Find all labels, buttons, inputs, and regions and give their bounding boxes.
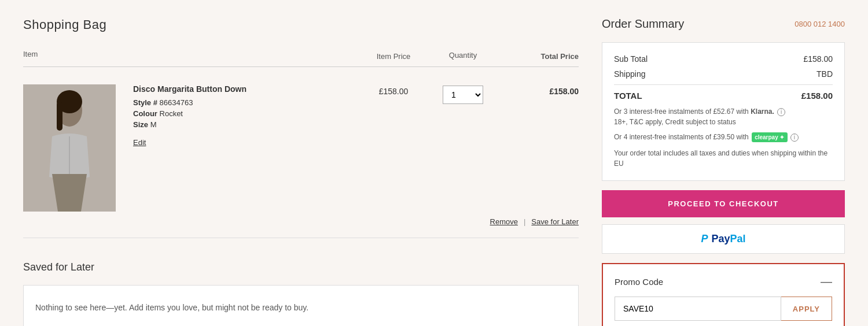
col-header-item: Item <box>23 50 127 61</box>
saved-empty-text: Nothing to see here—yet. Add items you l… <box>35 303 308 312</box>
size-label: Size <box>133 120 148 129</box>
klarna-note: 18+, T&C apply, Credit subject to status <box>614 118 736 126</box>
size-value: M <box>150 120 157 129</box>
summary-box: Sub Total £158.00 Shipping TBD TOTAL £15… <box>602 42 845 181</box>
promo-section: Promo Code — APPLY <box>602 263 845 326</box>
save-for-later-button[interactable]: Save for Later <box>531 217 579 226</box>
paypal-button[interactable]: P PayPal <box>602 224 845 254</box>
page-title: Shopping Bag <box>23 17 579 32</box>
style-label: Style # <box>133 98 157 107</box>
saved-empty-box: Nothing to see here—yet. Add items you l… <box>23 285 579 326</box>
col-header-spacer <box>127 50 359 61</box>
quantity-select[interactable]: 1 2 3 4 5 <box>443 86 483 104</box>
remove-button[interactable]: Remove <box>490 217 518 226</box>
item-style: Style # 86634763 <box>133 98 359 107</box>
item-name: Disco Margarita Button Down <box>133 84 359 94</box>
subtotal-label: Sub Total <box>614 54 648 64</box>
order-summary-title: Order Summary <box>602 17 684 31</box>
col-header-total: Total Price <box>498 50 579 61</box>
phone-link[interactable]: 0800 012 1400 <box>795 20 845 28</box>
saved-for-later-title: Saved for Later <box>23 261 579 273</box>
promo-apply-button[interactable]: APPLY <box>781 297 832 321</box>
klarna-text: Or 3 interest-free instalments of £52.67… <box>614 106 833 127</box>
clearpay-prefix: Or 4 interest-free instalments of £39.50… <box>614 133 749 141</box>
product-image <box>23 84 116 212</box>
promo-header: Promo Code — <box>615 276 832 287</box>
klarna-info-icon[interactable]: i <box>777 108 785 116</box>
total-value: £158.00 <box>801 91 833 101</box>
main-content: Shopping Bag Item Item Price Quantity To… <box>23 17 579 326</box>
total-row: TOTAL £158.00 <box>614 84 833 101</box>
item-total-price: £158.00 <box>498 84 579 96</box>
checkout-button[interactable]: PROCEED TO CHECKOUT <box>602 190 845 217</box>
order-summary-sidebar: Order Summary 0800 012 1400 Sub Total £1… <box>602 17 845 326</box>
clearpay-info-icon[interactable]: i <box>790 134 799 142</box>
clearpay-text: Or 4 interest-free instalments of £39.50… <box>614 132 833 142</box>
svg-rect-3 <box>57 102 62 131</box>
quantity-col: 1 2 3 4 5 <box>428 84 498 104</box>
shipping-value: TBD <box>816 69 833 79</box>
order-summary-header: Order Summary 0800 012 1400 <box>602 17 845 31</box>
shipping-row: Shipping TBD <box>614 69 833 79</box>
item-actions: Remove | Save for Later <box>428 217 579 226</box>
action-divider: | <box>524 217 525 226</box>
paypal-p-icon: P <box>701 233 708 245</box>
klarna-prefix: Or 3 interest-free instalments of £52.67… <box>614 108 749 116</box>
edit-link[interactable]: Edit <box>133 138 146 147</box>
promo-title: Promo Code <box>615 277 663 287</box>
col-header-price: Item Price <box>359 50 428 61</box>
bag-table-header: Item Item Price Quantity Total Price <box>23 50 579 67</box>
subtotal-value: £158.00 <box>803 54 833 64</box>
klarna-brand: Klarna. <box>751 108 774 116</box>
item-details: Disco Margarita Button Down Style # 8663… <box>127 84 359 147</box>
saved-for-later-section: Saved for Later Nothing to see here—yet.… <box>23 261 579 326</box>
total-label: TOTAL <box>614 91 642 101</box>
promo-toggle-button[interactable]: — <box>821 276 832 287</box>
clearpay-badge: clearpay ✦ <box>752 132 787 142</box>
subtotal-row: Sub Total £158.00 <box>614 54 833 64</box>
shipping-label: Shipping <box>614 69 646 79</box>
item-size: Size M <box>133 120 359 129</box>
item-price: £158.00 <box>359 84 428 96</box>
paypal-logo: PayPal <box>711 233 745 245</box>
bag-item-row: Disco Margarita Button Down Style # 8663… <box>23 73 579 238</box>
col-header-qty: Quantity <box>428 50 498 61</box>
colour-label: Colour <box>133 109 157 118</box>
eu-notice: Your order total includes all taxes and … <box>614 148 833 169</box>
promo-code-input[interactable] <box>615 297 781 321</box>
style-value: 86634763 <box>160 98 193 107</box>
promo-input-row: APPLY <box>615 297 832 321</box>
colour-value: Rocket <box>160 109 183 118</box>
item-colour: Colour Rocket <box>133 109 359 118</box>
